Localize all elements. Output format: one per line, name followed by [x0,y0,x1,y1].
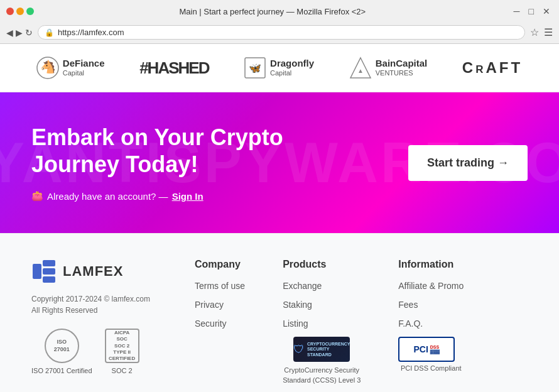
footer-col-products: Products Exchange Staking Listing 🛡 CRYP… [283,259,361,385]
hero-section: MYANTISPYWARE.COM Embark on Your Crypto … [0,92,559,233]
products-heading: Products [283,259,361,270]
exchange-link[interactable]: Exchange [283,281,322,291]
bookmark-icon[interactable]: ☆ [530,26,539,38]
list-item: Affiliate & Promo [398,280,464,291]
footer-copyright: Copyright 2017-2024 © lamfex.comAll Righ… [31,293,170,316]
pci-section: PCI DSS ▓▓▓ PCI DSS Compliant [398,337,464,372]
pci-dss-text: DSS ▓▓▓ [430,345,440,354]
ccss-badge: 🛡 CRYPTOCURRENCYSECURITY STANDARD Crypto… [283,337,361,385]
terms-link[interactable]: Terms of use [195,281,245,291]
list-item: Terms of use [195,280,245,291]
fees-link[interactable]: Fees [398,300,418,310]
partner-baincapital: ▲ BainCapital VENTURES [349,57,428,79]
list-item: Listing [283,318,361,329]
page-content: 🐴 DeFiance Capital #HASHED 🦋 Dragonfly C… [0,44,559,392]
dragonfly-icon: 🦋 [244,57,266,79]
win-close-button[interactable]: ✕ [540,6,553,16]
ccss-image: 🛡 CRYPTOCURRENCYSECURITY STANDARD [293,337,350,362]
pci-text: PCI [413,344,428,354]
privacy-link[interactable]: Privacy [195,300,224,310]
window-title: Main | Start a perfect journey — Mozilla… [39,7,506,16]
products-links: Exchange Staking Listing [283,280,361,329]
list-item: Fees [398,299,464,310]
traffic-lights [6,8,34,15]
footer-certs: ISO27001 ISO 27001 Certified AICPASOCSOC… [31,329,170,374]
iso-label: ISO 27001 Certified [31,367,92,374]
lock-icon: 🔒 [45,28,54,37]
footer: LAMFEX Copyright 2017-2024 © lamfex.comA… [0,233,559,392]
win-min-button[interactable]: ─ [511,6,523,16]
svg-text:🐴: 🐴 [40,59,55,74]
maximize-button[interactable] [26,8,34,15]
win-max-button[interactable]: □ [526,6,536,16]
company-links: Terms of use Privacy Security [195,280,245,329]
minimize-button[interactable] [16,8,24,15]
iso-badge: ISO27001 [45,329,79,363]
bain-icon: ▲ [349,57,372,79]
title-bar: Main | Start a perfect journey — Mozilla… [0,0,559,23]
footer-col-company: Company Terms of use Privacy Security [195,259,245,385]
soc2-label: SOC 2 [105,367,139,374]
footer-col-information: Information Affiliate & Promo Fees F.A.Q… [398,259,464,385]
svg-rect-8 [43,268,55,275]
svg-rect-6 [33,264,41,279]
svg-rect-9 [43,276,55,283]
pci-badge: PCI DSS ▓▓▓ [398,337,455,362]
hashed-icon: #HASHED [139,58,209,78]
svg-text:🦋: 🦋 [249,62,261,74]
start-trading-button[interactable]: Start trading → [408,145,528,181]
footer-logo: LAMFEX [31,259,170,284]
partner-defiance: 🐴 DeFiance Capital [36,57,105,79]
hero-title: Embark on Your Crypto Journey Today! [31,124,345,178]
browser-chrome: Main | Start a perfect journey — Mozilla… [0,0,559,44]
list-item: Privacy [195,299,245,310]
ccss-text: CRYPTOCURRENCYSECURITY STANDARD [307,342,350,357]
address-bar[interactable]: 🔒 https://lamfex.com [38,25,525,40]
defiance-icon: 🐴 [36,57,59,79]
ccss-shield-icon: 🛡 [293,343,305,356]
lamfex-logo-icon [31,259,57,284]
information-heading: Information [398,259,464,270]
signin-link[interactable]: Sign In [172,191,204,202]
list-item: F.A.Q. [398,318,464,329]
partner-hashed: #HASHED [139,58,209,78]
close-button[interactable] [6,8,14,15]
ccss-label: CryptoCurrency SecurityStandard (CCSS) L… [283,366,361,385]
list-item: Security [195,318,245,329]
back-icon[interactable]: ◀ [6,28,13,38]
soc2-cert: AICPASOCSOC 2TYPE IICERTIFIED SOC 2 [105,329,139,374]
svg-text:▲: ▲ [357,67,364,74]
pci-label: PCI DSS Compliant [398,364,464,372]
partners-bar: 🐴 DeFiance Capital #HASHED 🦋 Dragonfly C… [0,44,559,92]
information-links: Affiliate & Promo Fees F.A.Q. [398,280,464,329]
craft-icon: CrAFT [462,59,523,77]
window-controls: ─ □ ✕ [511,6,553,16]
address-bar-row: ◀ ▶ ↻ 🔒 https://lamfex.com ☆ ☰ [0,23,559,43]
toolbar-icons: ☆ ☰ [530,26,553,38]
list-item: Staking [283,299,361,310]
iso-cert: ISO27001 ISO 27001 Certified [31,329,92,374]
soc2-badge: AICPASOCSOC 2TYPE IICERTIFIED [105,329,139,363]
staking-link[interactable]: Staking [283,300,312,310]
partner-craft: CrAFT [462,59,523,77]
svg-rect-7 [43,260,55,266]
partner-dragonfly: 🦋 Dragonfly Capital [244,57,314,79]
affiliate-link[interactable]: Affiliate & Promo [398,281,464,291]
security-link[interactable]: Security [195,318,227,329]
listing-link[interactable]: Listing [283,318,308,329]
reload-icon[interactable]: ↻ [25,28,33,38]
list-item: Exchange [283,280,361,291]
hero-signin-text: Already have an account? — [47,191,168,202]
menu-icon[interactable]: ☰ [544,26,553,38]
hero-signin: 👛 Already have an account? — Sign In [31,190,345,202]
nav-icons: ◀ ▶ ↻ [6,28,33,38]
faq-link[interactable]: F.A.Q. [398,318,423,329]
url-text: https://lamfex.com [58,28,124,37]
forward-icon[interactable]: ▶ [16,28,23,38]
wallet-icon: 👛 [31,190,43,202]
hero-left: Embark on Your Crypto Journey Today! 👛 A… [31,124,345,202]
company-heading: Company [195,259,245,270]
footer-brand: LAMFEX Copyright 2017-2024 © lamfex.comA… [31,259,170,374]
footer-brand-name: LAMFEX [63,263,123,280]
footer-links: Company Terms of use Privacy Security Pr… [195,259,528,385]
